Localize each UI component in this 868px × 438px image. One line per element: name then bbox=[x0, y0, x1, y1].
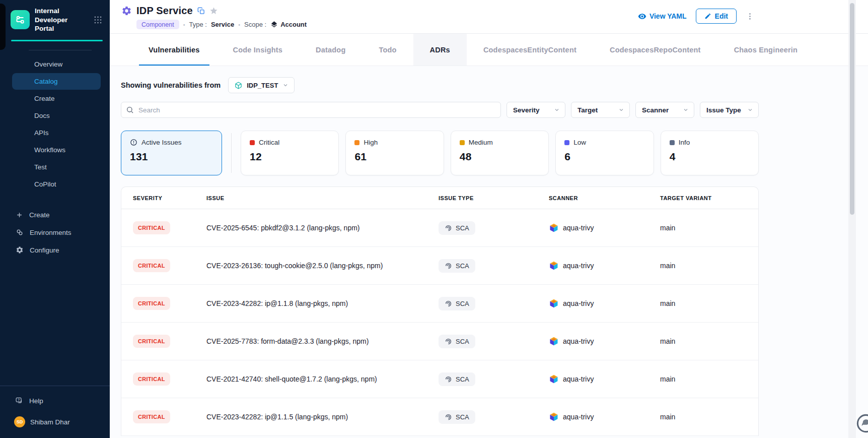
aqua-trivy-icon bbox=[549, 298, 559, 308]
gear-icon bbox=[16, 246, 24, 254]
filter-scanner[interactable]: Scanner bbox=[635, 102, 694, 118]
edit-button[interactable]: Edit bbox=[696, 9, 737, 24]
sca-icon bbox=[445, 300, 452, 307]
action-label: Create bbox=[29, 211, 50, 219]
page-title: IDP Service bbox=[136, 5, 193, 17]
col-severity: SEVERITY bbox=[133, 195, 206, 201]
table-row[interactable]: CRITICAL CVE-2023-42282: ip@1.1.5 (lang-… bbox=[121, 398, 758, 436]
tab-adrs[interactable]: ADRs bbox=[413, 34, 467, 66]
sidebar-item-catalog[interactable]: Catalog bbox=[12, 73, 101, 90]
issue-text: CVE-2025-6545: pbkdf2@3.1.2 (lang-pkgs, … bbox=[206, 224, 439, 232]
table-row[interactable]: CRITICAL CVE-2023-26136: tough-cookie@2.… bbox=[121, 247, 758, 285]
sca-icon bbox=[445, 262, 452, 270]
table-row[interactable]: CRITICAL CVE-2021-42740: shell-quote@1.7… bbox=[121, 360, 758, 398]
service-gear-icon bbox=[121, 6, 132, 16]
table-row[interactable]: CRITICAL CVE-2025-6545: pbkdf2@3.1.2 (la… bbox=[121, 209, 758, 247]
tab-chaos-engineering[interactable]: Chaos Engineerin bbox=[717, 34, 814, 66]
sidebar-actions: Create Environments Configure bbox=[0, 206, 110, 259]
help-chat-icon bbox=[15, 397, 24, 405]
tab-code-insights[interactable]: Code Insights bbox=[216, 34, 299, 66]
filter-target[interactable]: Target bbox=[571, 102, 630, 118]
table-row[interactable]: CRITICAL CVE-2025-7783: form-data@2.3.3 … bbox=[121, 323, 758, 360]
col-issue-type: ISSUE TYPE bbox=[439, 195, 549, 201]
scanner-name: aqua-trivy bbox=[563, 224, 594, 232]
stat-label: High bbox=[364, 139, 378, 146]
stat-value: 12 bbox=[250, 151, 330, 163]
vertical-scrollbar-track[interactable] bbox=[848, 0, 856, 438]
sidebar-action-create[interactable]: Create bbox=[0, 206, 110, 224]
cards-divider bbox=[231, 133, 232, 173]
scanner-cell: aqua-trivy bbox=[549, 374, 660, 384]
sidebar-item-apis[interactable]: APIs bbox=[12, 124, 101, 141]
pencil-icon bbox=[704, 13, 711, 20]
sidebar-item-copilot[interactable]: CoPilot bbox=[12, 176, 101, 193]
sidebar-item-overview[interactable]: Overview bbox=[12, 56, 101, 73]
target-variant: main bbox=[660, 224, 747, 232]
help-button[interactable]: Help bbox=[0, 386, 110, 409]
stat-card-info[interactable]: Info 4 bbox=[661, 131, 759, 175]
stat-card-high[interactable]: High 61 bbox=[345, 131, 444, 175]
search-input[interactable] bbox=[121, 102, 501, 118]
stat-label: Critical bbox=[259, 139, 279, 146]
kebab-menu-icon[interactable] bbox=[746, 12, 754, 21]
scope-dropdown[interactable]: IDP_TEST bbox=[228, 77, 295, 93]
plus-icon bbox=[16, 211, 23, 219]
col-scanner: SCANNER bbox=[549, 195, 660, 201]
sidebar-item-workflows[interactable]: Workflows bbox=[12, 142, 101, 158]
issue-type-pill: SCA bbox=[439, 297, 475, 310]
star-favorite-icon[interactable] bbox=[209, 7, 218, 15]
tab-datadog[interactable]: Datadog bbox=[299, 34, 362, 66]
chat-widget-icon[interactable] bbox=[855, 413, 868, 434]
sidebar-item-create[interactable]: Create bbox=[12, 90, 101, 107]
alert-circle-icon bbox=[130, 139, 137, 146]
view-yaml-button[interactable]: View YAML bbox=[638, 12, 687, 21]
scope-value: Account bbox=[280, 21, 307, 28]
scanner-name: aqua-trivy bbox=[563, 337, 594, 345]
sidebar: Internal Developer Portal Overview Catal… bbox=[0, 0, 110, 438]
issue-type-pill: SCA bbox=[439, 372, 475, 386]
stat-label: Active Issues bbox=[141, 139, 182, 146]
tab-vulnerabilities[interactable]: Vulnerabilities bbox=[132, 34, 216, 66]
filter-severity[interactable]: Severity bbox=[507, 102, 565, 118]
layers-icon bbox=[270, 21, 278, 28]
tab-todo[interactable]: Todo bbox=[362, 34, 413, 66]
severity-badge: CRITICAL bbox=[133, 410, 170, 423]
sca-icon bbox=[445, 376, 452, 383]
aqua-trivy-icon bbox=[549, 336, 559, 346]
issue-text: CVE-2023-42282: ip@1.1.8 (lang-pkgs, npm… bbox=[206, 299, 439, 307]
tab-codespaces-repo-content[interactable]: CodespacesRepoContent bbox=[593, 34, 717, 66]
table-row[interactable]: CRITICAL CVE-2023-42282: ip@1.1.8 (lang-… bbox=[121, 285, 758, 323]
scanner-cell: aqua-trivy bbox=[549, 223, 660, 233]
user-menu[interactable]: SD Shibam Dhar bbox=[0, 409, 110, 438]
tab-codespaces-entity-content[interactable]: CodespacesEntityContent bbox=[467, 34, 593, 66]
stat-card-medium[interactable]: Medium 48 bbox=[451, 131, 549, 175]
component-badge: Component bbox=[136, 20, 179, 29]
tabs-scroll-left-icon[interactable] bbox=[123, 46, 132, 53]
sidebar-action-configure[interactable]: Configure bbox=[0, 241, 110, 259]
target-variant: main bbox=[660, 375, 747, 383]
apps-grid-icon[interactable] bbox=[93, 15, 103, 25]
sidebar-action-environments[interactable]: Environments bbox=[0, 224, 110, 241]
dot-separator: • bbox=[238, 22, 240, 28]
severity-dot-critical bbox=[250, 140, 255, 145]
filter-issue-type[interactable]: Issue Type bbox=[700, 102, 759, 118]
issue-type-label: SCA bbox=[456, 300, 469, 307]
table-header-row: SEVERITY ISSUE ISSUE TYPE SCANNER TARGET… bbox=[121, 187, 758, 209]
view-yaml-label: View YAML bbox=[649, 12, 687, 20]
tabs-scroll-right-icon[interactable] bbox=[814, 46, 823, 53]
issue-type-label: SCA bbox=[456, 224, 469, 232]
vertical-scrollbar-thumb[interactable] bbox=[850, 3, 854, 215]
sidebar-item-test[interactable]: Test bbox=[12, 159, 101, 175]
stat-card-critical[interactable]: Critical 12 bbox=[241, 131, 339, 175]
stat-card-active-issues[interactable]: Active Issues 131 bbox=[121, 131, 222, 175]
scope-dropdown-value: IDP_TEST bbox=[247, 82, 278, 89]
scanner-name: aqua-trivy bbox=[563, 299, 594, 307]
issue-type-pill: SCA bbox=[439, 221, 475, 235]
chevron-down-icon bbox=[618, 107, 624, 113]
issue-text: CVE-2023-42282: ip@1.1.5 (lang-pkgs, npm… bbox=[206, 413, 439, 421]
sidebar-item-docs[interactable]: Docs bbox=[12, 107, 101, 124]
copy-icon[interactable] bbox=[197, 7, 205, 15]
severity-badge: CRITICAL bbox=[133, 221, 170, 234]
aqua-trivy-icon bbox=[549, 412, 559, 422]
stat-card-low[interactable]: Low 6 bbox=[555, 131, 654, 175]
